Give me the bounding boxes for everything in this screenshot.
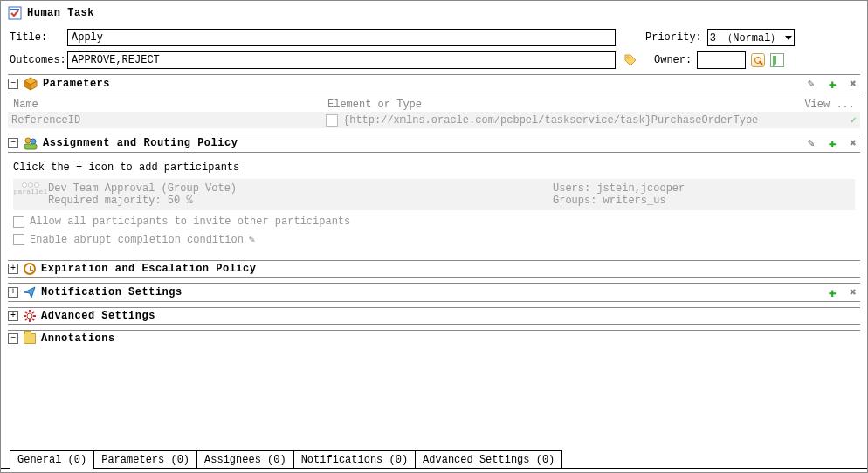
checkbox-icon	[13, 234, 24, 245]
col-view: View ...	[803, 99, 855, 111]
outcomes-row: Outcomes: Owner:	[10, 51, 858, 69]
col-type: Element or Type	[327, 99, 803, 111]
pencil-icon[interactable]: ✎	[249, 233, 255, 246]
participant-name: Dev Team Approval (Group Vote)	[48, 182, 548, 195]
advanced-section: + Advanced Settings	[8, 307, 860, 325]
svg-line-17	[25, 319, 27, 320]
expand-toggle[interactable]: +	[8, 287, 18, 298]
annotations-title: Annotations	[41, 332, 860, 345]
chevron-down-icon	[785, 36, 792, 40]
expiration-title: Expiration and Escalation Policy	[41, 263, 860, 275]
priority-label: Priority:	[645, 31, 702, 44]
outcomes-input[interactable]	[67, 51, 616, 69]
owner-label: Owner:	[654, 54, 692, 66]
tag-icon[interactable]	[624, 54, 637, 66]
assignment-title: Assignment and Routing Policy	[43, 137, 799, 149]
owner-input[interactable]	[697, 51, 746, 69]
parameters-table-header: Name Element or Type View ...	[10, 99, 858, 111]
delete-icon[interactable]: ✖	[846, 285, 860, 299]
svg-line-15	[32, 319, 34, 320]
parameters-section: − Parameters ✎ ✚ ✖ Name Element or Type …	[8, 74, 860, 128]
title-label: Title:	[10, 31, 62, 44]
gear-icon	[24, 310, 36, 322]
title-input[interactable]	[67, 29, 616, 46]
participant-users: Users: jstein,jcooper	[553, 182, 850, 195]
send-icon	[24, 286, 36, 298]
view-check-icon: ✔	[804, 113, 857, 127]
svg-rect-8	[24, 144, 37, 149]
collapse-toggle[interactable]: −	[8, 79, 18, 89]
tab-notifications[interactable]: Notifications (0)	[293, 450, 416, 469]
box-icon	[24, 77, 38, 91]
notification-section: + Notification Settings ✚ ✖	[8, 283, 860, 302]
human-task-panel: Human Task Title: Priority: 3 （Normal） O…	[0, 0, 868, 473]
expiration-section: + Expiration and Escalation Policy	[8, 260, 860, 278]
collapse-toggle[interactable]: −	[8, 333, 18, 344]
clock-icon	[24, 263, 36, 275]
tab-general[interactable]: General (0)	[10, 450, 94, 469]
tabbar-line	[1, 468, 867, 469]
annotation-tabs: General (0) Parameters (0) Assignees (0)…	[10, 450, 561, 469]
svg-point-2	[627, 57, 629, 58]
outcomes-label: Outcomes:	[10, 54, 62, 66]
priority-value: 3 （Normal）	[710, 31, 782, 45]
delete-icon[interactable]: ✖	[846, 77, 860, 91]
parameters-title: Parameters	[43, 78, 799, 90]
expand-toggle[interactable]: +	[8, 311, 18, 321]
panel-header: Human Task	[8, 6, 860, 20]
participants-hint: Click the + icon to add participants	[13, 161, 855, 174]
edit-icon[interactable]: ✎	[804, 77, 818, 91]
svg-point-7	[31, 139, 36, 144]
panel-title: Human Task	[27, 7, 94, 19]
add-icon[interactable]: ✚	[825, 77, 839, 91]
edit-icon[interactable]: ✎	[804, 136, 818, 150]
svg-line-16	[32, 312, 34, 313]
table-row[interactable]: ReferenceID {http://xmlns.oracle.com/pcb…	[8, 112, 860, 128]
type-icon	[326, 114, 338, 127]
annotations-section: − Annotations	[8, 330, 860, 346]
parallel-icon: parallel	[18, 182, 43, 207]
people-icon	[24, 136, 38, 150]
expand-toggle[interactable]: +	[8, 264, 18, 274]
title-row: Title: Priority: 3 （Normal）	[10, 29, 858, 46]
svg-line-14	[25, 312, 27, 313]
assignment-section: − Assignment and Routing Policy ✎ ✚ ✖ Cl…	[8, 134, 860, 255]
participant-row[interactable]: parallel Dev Team Approval (Group Vote) …	[13, 179, 855, 210]
advanced-title: Advanced Settings	[41, 310, 860, 322]
allow-invite-checkbox[interactable]: Allow all participants to invite other p…	[13, 216, 855, 228]
svg-point-6	[25, 138, 31, 143]
param-type: {http://xmlns.oracle.com/pcbpel/taskserv…	[343, 114, 758, 127]
svg-point-9	[27, 313, 32, 319]
param-name: ReferenceID	[11, 114, 326, 127]
collapse-toggle[interactable]: −	[8, 138, 18, 148]
tab-assignees[interactable]: Assignees (0)	[196, 450, 294, 469]
folder-icon	[24, 333, 36, 344]
priority-select[interactable]: 3 （Normal）	[707, 29, 795, 46]
checkbox-icon	[13, 216, 24, 228]
participant-majority: Required majority: 50 %	[48, 195, 548, 207]
owner-browse-button[interactable]	[751, 53, 765, 67]
tab-advanced[interactable]: Advanced Settings (0)	[415, 450, 562, 469]
add-icon[interactable]: ✚	[825, 136, 839, 150]
add-icon[interactable]: ✚	[825, 285, 839, 299]
col-name: Name	[13, 99, 327, 111]
task-icon	[8, 6, 22, 20]
owner-edit-button[interactable]	[770, 53, 784, 67]
delete-icon[interactable]: ✖	[846, 136, 860, 150]
participant-groups: Groups: writers_us	[553, 195, 850, 207]
notification-title: Notification Settings	[41, 286, 820, 298]
tab-parameters[interactable]: Parameters (0)	[93, 450, 197, 469]
abrupt-completion-checkbox[interactable]: Enable abrupt completion condition ✎	[13, 233, 855, 246]
